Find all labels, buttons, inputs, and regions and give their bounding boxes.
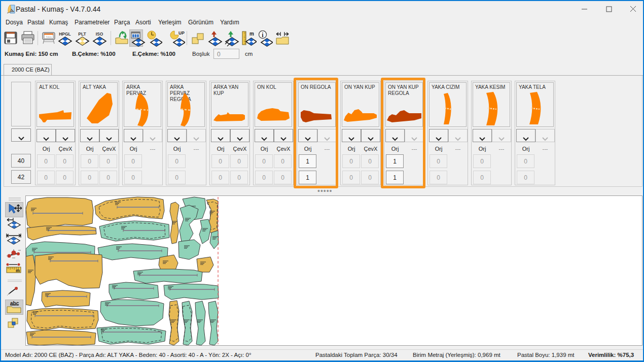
svg-text:TAN: TAN: [46, 36, 52, 39]
svg-text:m: m: [16, 268, 20, 273]
svg-text:ISO: ISO: [96, 31, 103, 37]
svg-text:m: m: [249, 31, 254, 37]
svg-text:UP: UP: [178, 30, 185, 36]
svg-text:HPGL: HPGL: [59, 31, 71, 37]
svg-text:PLT: PLT: [78, 31, 86, 37]
